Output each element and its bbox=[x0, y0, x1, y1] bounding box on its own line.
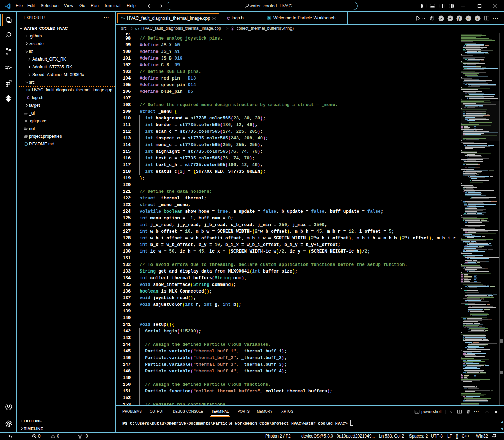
svg-text:C: C bbox=[135, 27, 138, 30]
svg-text:v: v bbox=[467, 16, 469, 20]
svg-text:e: e bbox=[476, 16, 478, 20]
svg-text:C: C bbox=[121, 16, 123, 20]
svg-text:C: C bbox=[27, 96, 30, 100]
svg-text:C: C bbox=[227, 16, 230, 20]
